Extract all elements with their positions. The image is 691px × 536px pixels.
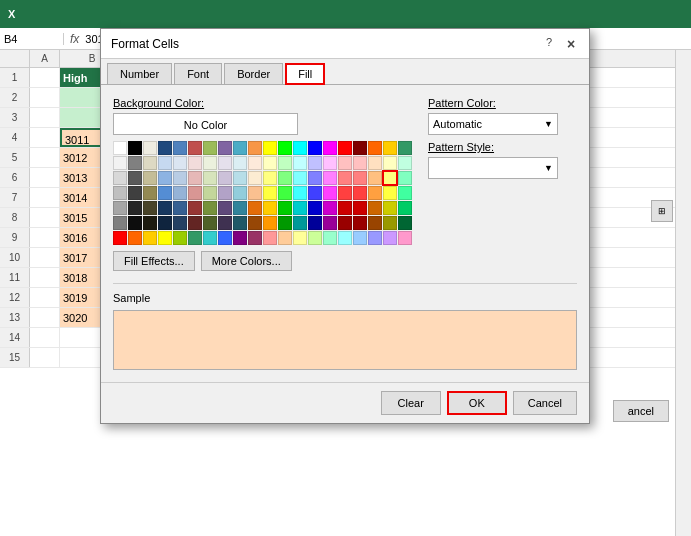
color-swatch[interactable] bbox=[398, 156, 412, 170]
color-swatch[interactable] bbox=[158, 156, 172, 170]
color-swatch[interactable] bbox=[383, 231, 397, 245]
color-swatch[interactable] bbox=[143, 231, 157, 245]
color-swatch[interactable] bbox=[293, 171, 307, 185]
color-swatch[interactable] bbox=[353, 156, 367, 170]
color-swatch[interactable] bbox=[203, 186, 217, 200]
color-swatch[interactable] bbox=[368, 201, 382, 215]
color-swatch[interactable] bbox=[143, 186, 157, 200]
color-swatch[interactable] bbox=[188, 201, 202, 215]
color-swatch[interactable] bbox=[323, 201, 337, 215]
color-swatch[interactable] bbox=[293, 141, 307, 155]
color-swatch[interactable] bbox=[173, 156, 187, 170]
color-swatch[interactable] bbox=[143, 171, 157, 185]
color-swatch[interactable] bbox=[308, 231, 322, 245]
color-swatch[interactable] bbox=[188, 171, 202, 185]
color-swatch[interactable] bbox=[278, 171, 292, 185]
color-swatch[interactable] bbox=[218, 171, 232, 185]
color-swatch[interactable] bbox=[173, 201, 187, 215]
color-swatch[interactable] bbox=[143, 141, 157, 155]
color-swatch[interactable] bbox=[248, 186, 262, 200]
color-swatch[interactable] bbox=[323, 156, 337, 170]
pattern-style-dropdown[interactable]: ▼ bbox=[428, 157, 558, 179]
color-swatch[interactable] bbox=[158, 171, 172, 185]
color-swatch[interactable] bbox=[368, 231, 382, 245]
color-swatch[interactable] bbox=[338, 216, 352, 230]
pattern-color-dropdown[interactable]: Automatic ▼ bbox=[428, 113, 558, 135]
color-swatch[interactable] bbox=[188, 141, 202, 155]
color-swatch[interactable] bbox=[398, 186, 412, 200]
color-swatch[interactable] bbox=[173, 141, 187, 155]
color-swatch[interactable] bbox=[338, 171, 352, 185]
dialog-close-button[interactable]: × bbox=[563, 36, 579, 52]
color-swatch[interactable] bbox=[338, 141, 352, 155]
color-swatch[interactable] bbox=[173, 231, 187, 245]
tab-font[interactable]: Font bbox=[174, 63, 222, 84]
color-swatch[interactable] bbox=[353, 231, 367, 245]
color-swatch[interactable] bbox=[188, 231, 202, 245]
more-colors-button[interactable]: More Colors... bbox=[201, 251, 292, 271]
color-swatch[interactable] bbox=[398, 216, 412, 230]
color-swatch[interactable] bbox=[113, 156, 127, 170]
color-swatch[interactable] bbox=[218, 156, 232, 170]
color-swatch[interactable] bbox=[128, 156, 142, 170]
color-swatch[interactable] bbox=[188, 156, 202, 170]
color-swatch[interactable] bbox=[233, 216, 247, 230]
color-swatch[interactable] bbox=[278, 201, 292, 215]
color-swatch[interactable] bbox=[353, 216, 367, 230]
fill-effects-button[interactable]: Fill Effects... bbox=[113, 251, 195, 271]
dialog-help-button[interactable]: ? bbox=[541, 36, 557, 52]
color-swatch[interactable] bbox=[233, 186, 247, 200]
color-swatch[interactable] bbox=[338, 201, 352, 215]
color-swatch[interactable] bbox=[338, 156, 352, 170]
color-swatch[interactable] bbox=[263, 156, 277, 170]
color-swatch[interactable] bbox=[278, 186, 292, 200]
color-swatch[interactable] bbox=[338, 186, 352, 200]
color-swatch[interactable] bbox=[308, 171, 322, 185]
color-swatch[interactable] bbox=[188, 216, 202, 230]
color-swatch[interactable] bbox=[383, 141, 397, 155]
color-swatch[interactable] bbox=[398, 201, 412, 215]
color-swatch[interactable] bbox=[368, 186, 382, 200]
color-swatch[interactable] bbox=[263, 216, 277, 230]
color-swatch[interactable] bbox=[353, 201, 367, 215]
color-swatch[interactable] bbox=[398, 141, 412, 155]
color-swatch[interactable] bbox=[158, 216, 172, 230]
color-swatch[interactable] bbox=[128, 141, 142, 155]
color-swatch[interactable] bbox=[143, 156, 157, 170]
color-swatch[interactable] bbox=[323, 231, 337, 245]
color-swatch[interactable] bbox=[203, 216, 217, 230]
color-swatch[interactable] bbox=[188, 186, 202, 200]
color-swatch[interactable] bbox=[293, 231, 307, 245]
color-swatch[interactable] bbox=[248, 141, 262, 155]
color-swatch[interactable] bbox=[203, 141, 217, 155]
color-swatch[interactable] bbox=[113, 186, 127, 200]
color-swatch[interactable] bbox=[158, 186, 172, 200]
color-swatch[interactable] bbox=[218, 231, 232, 245]
clear-button[interactable]: Clear bbox=[381, 391, 441, 415]
cancel-button[interactable]: Cancel bbox=[513, 391, 577, 415]
color-swatch[interactable] bbox=[368, 216, 382, 230]
color-swatch[interactable] bbox=[263, 171, 277, 185]
color-swatch[interactable] bbox=[203, 201, 217, 215]
tab-fill[interactable]: Fill bbox=[285, 63, 325, 85]
color-swatch[interactable] bbox=[383, 171, 397, 185]
color-swatch[interactable] bbox=[158, 201, 172, 215]
color-swatch[interactable] bbox=[233, 156, 247, 170]
color-swatch[interactable] bbox=[323, 141, 337, 155]
color-swatch[interactable] bbox=[128, 201, 142, 215]
color-swatch[interactable] bbox=[353, 141, 367, 155]
color-swatch[interactable] bbox=[218, 216, 232, 230]
background-cancel-button[interactable]: ancel bbox=[613, 400, 669, 422]
color-swatch[interactable] bbox=[143, 216, 157, 230]
color-swatch[interactable] bbox=[278, 216, 292, 230]
color-swatch[interactable] bbox=[113, 231, 127, 245]
color-swatch[interactable] bbox=[248, 231, 262, 245]
color-swatch[interactable] bbox=[128, 171, 142, 185]
color-swatch[interactable] bbox=[158, 141, 172, 155]
color-swatch[interactable] bbox=[293, 186, 307, 200]
color-swatch[interactable] bbox=[383, 186, 397, 200]
color-swatch[interactable] bbox=[398, 171, 412, 185]
color-swatch[interactable] bbox=[263, 186, 277, 200]
color-swatch[interactable] bbox=[218, 201, 232, 215]
scrollbar[interactable] bbox=[675, 50, 691, 536]
